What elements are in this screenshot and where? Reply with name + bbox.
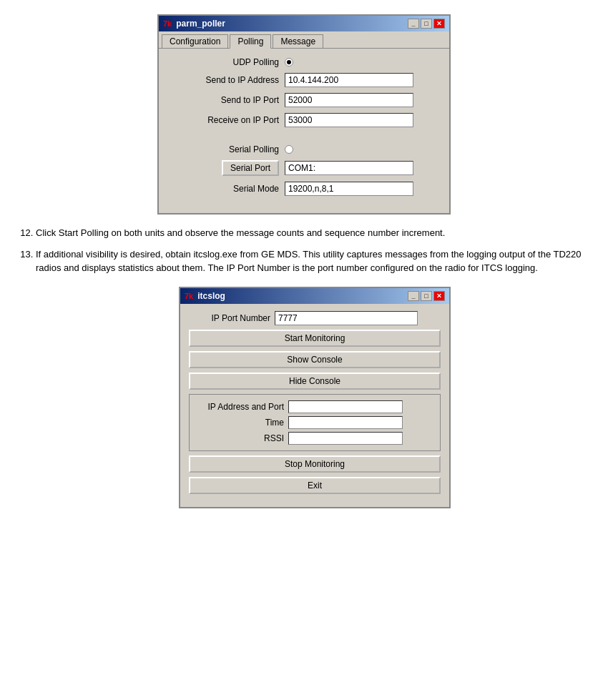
ip-addr-input[interactable]	[288, 400, 403, 413]
time-label: Time	[195, 418, 288, 428]
tab-message[interactable]: Message	[273, 34, 323, 48]
serial-mode-label: Serial Mode	[170, 184, 285, 194]
receive-port-label: Receive on IP Port	[170, 115, 285, 125]
send-port-row: Send to IP Port	[170, 93, 438, 107]
instructions-list: Click Start Polling on both units and ob…	[36, 226, 594, 275]
details-section: IP Address and Port Time RSSI	[189, 394, 441, 451]
serial-mode-input[interactable]	[285, 182, 413, 196]
ip-port-row: IP Port Number	[189, 311, 441, 325]
parm-poller-icon: 7k	[163, 19, 172, 28]
serial-polling-label: Serial Polling	[170, 144, 285, 154]
itcslog-titlebar: 7k itcslog _ □ ✕	[180, 288, 449, 304]
itcslog-title: itcslog	[197, 291, 225, 301]
itcslog-close-button[interactable]: ✕	[433, 291, 445, 301]
send-port-input[interactable]	[285, 93, 413, 107]
parm-poller-window: 7k parm_poller _ □ ✕ Configuration Polli…	[157, 14, 451, 215]
itcslog-window: 7k itcslog _ □ ✕ IP Port Number Start Mo…	[179, 287, 451, 508]
itcslog-win-controls: _ □ ✕	[408, 291, 445, 301]
time-row: Time	[195, 416, 434, 429]
send-ip-input[interactable]	[285, 73, 413, 87]
ip-port-input[interactable]	[275, 311, 418, 325]
itcslog-wrap: 7k itcslog _ □ ✕ IP Port Number Start Mo…	[179, 287, 594, 508]
maximize-button[interactable]: □	[421, 19, 432, 29]
ip-port-label: IP Port Number	[189, 313, 275, 323]
rssi-label: RSSI	[195, 433, 288, 443]
itcslog-maximize-button[interactable]: □	[421, 291, 432, 301]
hide-console-button[interactable]: Hide Console	[189, 373, 441, 390]
time-input[interactable]	[288, 416, 403, 429]
serial-port-button[interactable]: Serial Port	[222, 160, 279, 176]
win-controls: _ □ ✕	[408, 19, 445, 29]
serial-port-input[interactable]	[285, 161, 413, 175]
itcslog-icon: 7k	[185, 292, 193, 300]
send-ip-row: Send to IP Address	[170, 73, 438, 87]
tab-polling[interactable]: Polling	[230, 34, 271, 49]
start-monitoring-button[interactable]: Start Monitoring	[189, 330, 441, 347]
send-ip-label: Send to IP Address	[170, 75, 285, 85]
itcslog-content: IP Port Number Start Monitoring Show Con…	[180, 304, 449, 507]
serial-polling-radio[interactable]	[285, 145, 293, 154]
parm-poller-content: UDP Polling Send to IP Address Send to I…	[159, 49, 449, 213]
minimize-button[interactable]: _	[408, 19, 419, 29]
send-port-label: Send to IP Port	[170, 95, 285, 105]
serial-polling-row: Serial Polling	[170, 144, 438, 154]
udp-polling-label: UDP Polling	[170, 57, 285, 67]
instruction-item-12: Click Start Polling on both units and ob…	[36, 226, 594, 240]
exit-button[interactable]: Exit	[189, 477, 441, 494]
serial-port-row: Serial Port	[170, 160, 438, 176]
ip-addr-label: IP Address and Port	[195, 402, 288, 412]
close-button[interactable]: ✕	[433, 19, 445, 29]
parm-poller-title: parm_poller	[176, 19, 225, 29]
itcslog-minimize-button[interactable]: _	[408, 291, 419, 301]
udp-polling-radio[interactable]	[285, 58, 293, 66]
tab-configuration[interactable]: Configuration	[162, 34, 228, 48]
parm-poller-titlebar: 7k parm_poller _ □ ✕	[159, 16, 449, 31]
serial-mode-row: Serial Mode	[170, 182, 438, 196]
show-console-button[interactable]: Show Console	[189, 351, 441, 368]
tab-bar: Configuration Polling Message	[159, 31, 449, 49]
receive-port-row: Receive on IP Port	[170, 113, 438, 127]
instruction-item-13: If additional visibility is desired, obt…	[36, 247, 594, 275]
stop-monitoring-button[interactable]: Stop Monitoring	[189, 455, 441, 473]
rssi-row: RSSI	[195, 432, 434, 445]
receive-port-input[interactable]	[285, 113, 413, 127]
ip-addr-row: IP Address and Port	[195, 400, 434, 413]
udp-polling-row: UDP Polling	[170, 57, 438, 67]
rssi-input[interactable]	[288, 432, 403, 445]
